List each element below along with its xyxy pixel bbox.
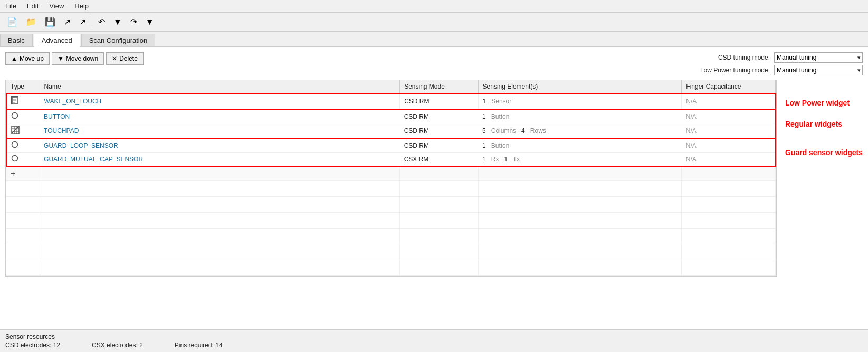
csd-electrodes-value: 12 — [53, 341, 60, 349]
sensing-mode-cell: CSD RM — [400, 138, 478, 153]
svg-point-12 — [12, 142, 18, 148]
menu-help[interactable]: Help — [69, 1, 94, 11]
undo-button[interactable]: ↶ — [94, 15, 109, 29]
upload-button[interactable]: ↗︀ — [75, 15, 90, 29]
table-row[interactable]: GUARD_LOOP_SENSOR CSD RM 1 Button N/A — [6, 138, 776, 153]
redo-button[interactable]: ↷ — [127, 15, 141, 29]
csd-tuning-select[interactable]: Manual tuning SmartSense (Full Auto) Sma… — [774, 52, 863, 63]
svg-point-13 — [12, 156, 18, 161]
delete-label: Delete — [119, 55, 138, 62]
menu-file[interactable]: File — [0, 1, 22, 11]
circle-icon — [11, 156, 18, 164]
finger-cap-cell: N/A — [682, 153, 776, 167]
move-up-label: Move up — [20, 55, 44, 62]
move-up-button[interactable]: ▲ Move up — [5, 52, 50, 65]
open-icon: 📁 — [26, 17, 36, 27]
tab-advanced[interactable]: Advanced — [34, 34, 80, 47]
name-cell[interactable]: TOUCHPAD — [40, 123, 400, 139]
sensing-mode-cell: CSD RM — [400, 93, 478, 109]
lp-tuning-select[interactable]: Manual tuning SmartSense (Full Auto) Sma… — [774, 65, 863, 75]
move-down-icon: ▼ — [58, 55, 64, 62]
move-down-button[interactable]: ▼ Move down — [52, 52, 104, 65]
widget-name-link[interactable]: WAKE_ON_TOUCH — [44, 98, 102, 105]
empty-row — [6, 229, 776, 244]
guard-label-row: Guard sensor widgets — [785, 138, 863, 167]
csd-tuning-select-wrapper: Manual tuning SmartSense (Full Auto) Sma… — [774, 52, 863, 63]
menu-view[interactable]: View — [44, 1, 69, 11]
main-content: ▲ Move up ▼ Move down ✕ Delete CSD tunin… — [0, 47, 868, 329]
toolbar: 📄 📁 💾 ↗ ↗︀ ↶ ▼ ↷ ▼ — [0, 13, 868, 32]
empty-row — [6, 213, 776, 229]
col-name: Name — [40, 80, 400, 93]
add-icon-cell[interactable]: + — [6, 166, 40, 181]
widget-name-link[interactable]: TOUCHPAD — [44, 127, 79, 135]
finger-cap-cell: N/A — [682, 109, 776, 123]
reg-section-label: Regular widgets — [785, 120, 842, 128]
pins-required-value: 14 — [215, 341, 222, 349]
type-cell — [6, 153, 40, 167]
new-button[interactable]: 📄 — [3, 15, 21, 29]
widget-name-link[interactable]: BUTTON — [44, 113, 70, 120]
save-icon: 💾 — [45, 17, 55, 27]
lp-tuning-select-wrapper: Manual tuning SmartSense (Full Auto) Sma… — [774, 65, 863, 75]
type-cell — [6, 109, 40, 123]
status-bar-bottom: CSD electrodes: 12 CSX electrodes: 2 Pin… — [5, 341, 863, 349]
sensing-mode-cell: CSD RM — [400, 123, 478, 139]
csd-tuning-row: CSD tuning mode: Manual tuning SmartSens… — [685, 52, 863, 63]
widget-table-container: Type Name Sensing Mode Sensing Element(s… — [5, 80, 777, 277]
svg-point-4 — [12, 113, 18, 119]
type-cell — [6, 138, 40, 153]
menu-edit[interactable]: Edit — [22, 1, 44, 11]
table-header-row: Type Name Sensing Mode Sensing Element(s… — [6, 80, 776, 93]
table-row[interactable]: GUARD_MUTUAL_CAP_SENSOR CSX RM 1 Rx 1 — [6, 153, 776, 167]
name-cell[interactable]: WAKE_ON_TOUCH — [40, 93, 400, 109]
undo-dropdown[interactable]: ▼ — [110, 15, 126, 29]
resources-label: Sensor resources — [5, 333, 863, 340]
pins-status: Pins required: 14 — [175, 341, 223, 349]
add-name-cell — [40, 166, 400, 181]
csd-status: CSD electrodes: 12 — [5, 341, 60, 349]
add-row[interactable]: + — [6, 166, 776, 181]
new-icon: 📄 — [7, 17, 17, 27]
open-button[interactable]: 📁 — [22, 15, 40, 29]
csx-status: CSX electrodes: 2 — [92, 341, 143, 349]
delete-button[interactable]: ✕ Delete — [106, 52, 144, 65]
name-cell[interactable]: GUARD_MUTUAL_CAP_SENSOR — [40, 153, 400, 167]
add-elements-cell — [478, 166, 682, 181]
add-cap-cell — [682, 166, 776, 181]
lp-section-label: Low Power widget — [785, 99, 850, 107]
widget-name-link[interactable]: GUARD_LOOP_SENSOR — [44, 142, 118, 149]
csd-electrodes-label: CSD electrodes: — [5, 341, 51, 349]
save-button[interactable]: 💾 — [41, 15, 59, 29]
toolbar-separator — [92, 16, 92, 28]
redo-icon: ↷ — [130, 17, 137, 27]
col-finger-cap: Finger Capacitance — [682, 80, 776, 93]
tuning-controls: CSD tuning mode: Manual tuning SmartSens… — [685, 52, 863, 75]
table-row[interactable]: WAKE_ON_TOUCH CSD RM 1 Sensor N/A — [6, 93, 776, 109]
table-row[interactable]: TOUCHPAD CSD RM 5 Columns 4 Rows — [6, 123, 776, 139]
tab-scan-configuration[interactable]: Scan Configuration — [81, 34, 156, 46]
add-mode-cell — [400, 166, 478, 181]
pins-required-label: Pins required: — [175, 341, 214, 349]
undo-dropdown-icon: ▼ — [113, 17, 122, 27]
table-row[interactable]: BUTTON CSD RM 1 Button N/A — [6, 109, 776, 123]
widget-name-link[interactable]: GUARD_MUTUAL_CAP_SENSOR — [44, 156, 143, 163]
circle-icon — [11, 113, 18, 121]
menu-bar: File Edit View Help — [0, 0, 868, 13]
name-cell[interactable]: GUARD_LOOP_SENSOR — [40, 138, 400, 153]
finger-cap-cell: N/A — [682, 123, 776, 139]
type-cell — [6, 93, 40, 109]
export-button[interactable]: ↗ — [60, 15, 74, 29]
empty-row — [6, 244, 776, 260]
sensing-elements-cell: 1 Button — [478, 109, 682, 123]
sensing-elements-cell: 1 Rx 1 Tx — [478, 153, 682, 167]
grid-icon — [11, 128, 20, 136]
lp-tuning-row: Low Power tuning mode: Manual tuning Sma… — [685, 65, 863, 75]
finger-cap-cell: N/A — [682, 93, 776, 109]
redo-dropdown[interactable]: ▼ — [142, 15, 158, 29]
empty-row — [6, 181, 776, 197]
reg-label-row: Regular widgets — [785, 110, 863, 138]
tab-basic[interactable]: Basic — [0, 34, 33, 46]
name-cell[interactable]: BUTTON — [40, 109, 400, 123]
status-bar: Sensor resources CSD electrodes: 12 CSX … — [0, 329, 868, 352]
